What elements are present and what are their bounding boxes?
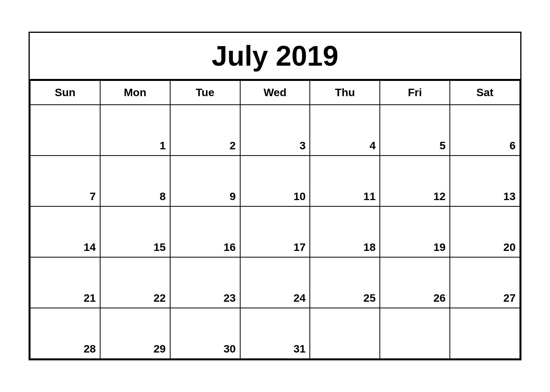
- calendar-day-16: 16: [170, 206, 240, 257]
- calendar-day-3: 3: [240, 105, 310, 156]
- calendar-week-row: 21222324252627: [30, 257, 520, 308]
- calendar-day-21: 21: [30, 257, 100, 308]
- day-header-tue: Tue: [170, 81, 240, 105]
- calendar-day-2: 2: [170, 105, 240, 156]
- calendar-day-27: 27: [450, 257, 520, 308]
- calendar-day-4: 4: [310, 105, 380, 156]
- calendar-month-year: July 2019: [34, 40, 516, 72]
- calendar-day-19: 19: [380, 206, 450, 257]
- calendar-day-5: 5: [380, 105, 450, 156]
- calendar-week-row: 14151617181920: [30, 206, 520, 257]
- calendar-day-25: 25: [310, 257, 380, 308]
- calendar-day-28: 28: [30, 308, 100, 359]
- calendar-day-6: 6: [450, 105, 520, 156]
- calendar-title-section: July 2019: [30, 33, 520, 80]
- calendar-day-1: 1: [100, 105, 170, 156]
- calendar-day-26: 26: [380, 257, 450, 308]
- calendar-day-20: 20: [450, 206, 520, 257]
- calendar-day-13: 13: [450, 156, 520, 206]
- day-header-thu: Thu: [310, 81, 380, 105]
- calendar-week-row: 78910111213: [30, 156, 520, 206]
- day-header-sun: Sun: [30, 81, 100, 105]
- calendar-table: SunMonTueWedThuFriSat 123456789101112131…: [30, 80, 520, 359]
- day-header-mon: Mon: [100, 81, 170, 105]
- calendar-day-empty: [380, 308, 450, 359]
- calendar-day-31: 31: [240, 308, 310, 359]
- calendar-week-row: 28293031: [30, 308, 520, 359]
- calendar-day-24: 24: [240, 257, 310, 308]
- calendar-day-empty: [310, 308, 380, 359]
- calendar-day-empty: [30, 105, 100, 156]
- day-header-sat: Sat: [450, 81, 520, 105]
- calendar-day-29: 29: [100, 308, 170, 359]
- calendar-container: July 2019 SunMonTueWedThuFriSat 12345678…: [29, 32, 521, 360]
- calendar-day-22: 22: [100, 257, 170, 308]
- calendar-day-8: 8: [100, 156, 170, 206]
- calendar-day-15: 15: [100, 206, 170, 257]
- calendar-day-7: 7: [30, 156, 100, 206]
- calendar-day-23: 23: [170, 257, 240, 308]
- calendar-week-row: 123456: [30, 105, 520, 156]
- calendar-day-10: 10: [240, 156, 310, 206]
- day-header-fri: Fri: [380, 81, 450, 105]
- calendar-header-row: SunMonTueWedThuFriSat: [30, 81, 520, 105]
- day-header-wed: Wed: [240, 81, 310, 105]
- calendar-day-empty: [450, 308, 520, 359]
- calendar-day-9: 9: [170, 156, 240, 206]
- calendar-day-11: 11: [310, 156, 380, 206]
- calendar-day-18: 18: [310, 206, 380, 257]
- calendar-day-30: 30: [170, 308, 240, 359]
- calendar-day-12: 12: [380, 156, 450, 206]
- calendar-day-14: 14: [30, 206, 100, 257]
- calendar-day-17: 17: [240, 206, 310, 257]
